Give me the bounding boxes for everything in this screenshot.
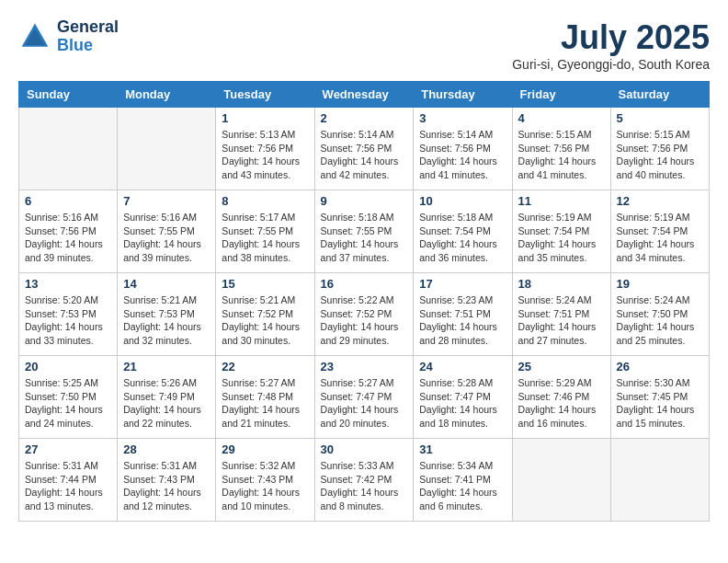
- calendar-cell: 4Sunrise: 5:15 AMSunset: 7:56 PMDaylight…: [512, 108, 610, 190]
- day-detail: Sunrise: 5:25 AMSunset: 7:50 PMDaylight:…: [25, 376, 111, 431]
- day-detail: Sunrise: 5:15 AMSunset: 7:56 PMDaylight:…: [518, 128, 605, 182]
- logo-text-general: General: [57, 18, 119, 37]
- calendar-cell: 18Sunrise: 5:24 AMSunset: 7:51 PMDayligh…: [512, 273, 610, 356]
- month-title: July 2025: [512, 18, 710, 57]
- logo: General Blue: [18, 18, 119, 55]
- calendar-cell: 19Sunrise: 5:24 AMSunset: 7:50 PMDayligh…: [610, 273, 709, 356]
- col-header-sunday: Sunday: [19, 82, 118, 108]
- day-detail: Sunrise: 5:22 AMSunset: 7:52 PMDaylight:…: [321, 293, 408, 348]
- calendar-cell: 13Sunrise: 5:20 AMSunset: 7:53 PMDayligh…: [19, 273, 118, 356]
- col-header-friday: Friday: [512, 82, 610, 108]
- day-detail: Sunrise: 5:14 AMSunset: 7:56 PMDaylight:…: [321, 128, 408, 182]
- day-detail: Sunrise: 5:28 AMSunset: 7:47 PMDaylight:…: [419, 376, 506, 431]
- day-number: 22: [222, 360, 308, 373]
- calendar-cell: 17Sunrise: 5:23 AMSunset: 7:51 PMDayligh…: [414, 273, 512, 356]
- logo-text-blue: Blue: [57, 37, 119, 55]
- day-detail: Sunrise: 5:17 AMSunset: 7:55 PMDaylight:…: [222, 211, 308, 265]
- calendar-week-4: 20Sunrise: 5:25 AMSunset: 7:50 PMDayligh…: [19, 356, 710, 439]
- calendar-cell: 28Sunrise: 5:31 AMSunset: 7:43 PMDayligh…: [118, 439, 216, 522]
- day-number: 27: [25, 442, 111, 456]
- day-detail: Sunrise: 5:15 AMSunset: 7:56 PMDaylight:…: [617, 128, 703, 182]
- day-number: 26: [617, 360, 703, 373]
- day-number: 3: [419, 111, 506, 125]
- day-detail: Sunrise: 5:32 AMSunset: 7:43 PMDaylight:…: [222, 459, 308, 513]
- calendar-cell: 23Sunrise: 5:27 AMSunset: 7:47 PMDayligh…: [314, 356, 414, 439]
- day-detail: Sunrise: 5:31 AMSunset: 7:44 PMDaylight:…: [25, 459, 111, 513]
- calendar-cell: 6Sunrise: 5:16 AMSunset: 7:56 PMDaylight…: [19, 190, 118, 273]
- calendar-cell: 26Sunrise: 5:30 AMSunset: 7:45 PMDayligh…: [610, 356, 709, 439]
- day-number: 13: [25, 277, 111, 291]
- col-header-monday: Monday: [118, 82, 216, 108]
- calendar-header-row: SundayMondayTuesdayWednesdayThursdayFrid…: [19, 82, 710, 108]
- calendar-table: SundayMondayTuesdayWednesdayThursdayFrid…: [18, 81, 710, 522]
- day-detail: Sunrise: 5:18 AMSunset: 7:54 PMDaylight:…: [419, 211, 506, 265]
- day-detail: Sunrise: 5:27 AMSunset: 7:48 PMDaylight:…: [222, 376, 308, 431]
- calendar-cell: 25Sunrise: 5:29 AMSunset: 7:46 PMDayligh…: [512, 356, 610, 439]
- day-number: 28: [123, 442, 210, 456]
- calendar-week-1: 1Sunrise: 5:13 AMSunset: 7:56 PMDaylight…: [19, 108, 710, 190]
- calendar-cell: 20Sunrise: 5:25 AMSunset: 7:50 PMDayligh…: [19, 356, 118, 439]
- day-number: 14: [123, 277, 210, 291]
- calendar-cell: 22Sunrise: 5:27 AMSunset: 7:48 PMDayligh…: [216, 356, 314, 439]
- page-header: General Blue July 2025 Guri-si, Gyeonggi…: [18, 18, 710, 72]
- calendar-cell: 14Sunrise: 5:21 AMSunset: 7:53 PMDayligh…: [118, 273, 216, 356]
- logo-icon: [18, 20, 51, 53]
- day-number: 2: [321, 111, 408, 125]
- day-number: 11: [518, 194, 605, 208]
- day-number: 16: [321, 277, 408, 291]
- day-number: 17: [419, 277, 506, 291]
- day-detail: Sunrise: 5:34 AMSunset: 7:41 PMDaylight:…: [419, 459, 506, 513]
- calendar-cell: 29Sunrise: 5:32 AMSunset: 7:43 PMDayligh…: [216, 439, 314, 522]
- day-number: 12: [617, 194, 703, 208]
- calendar-cell: 7Sunrise: 5:16 AMSunset: 7:55 PMDaylight…: [118, 190, 216, 273]
- calendar-cell: 31Sunrise: 5:34 AMSunset: 7:41 PMDayligh…: [414, 439, 512, 522]
- day-number: 31: [419, 442, 506, 456]
- calendar-cell: [512, 439, 610, 522]
- calendar-cell: [19, 108, 118, 190]
- day-number: 5: [617, 111, 703, 125]
- day-detail: Sunrise: 5:20 AMSunset: 7:53 PMDaylight:…: [25, 293, 111, 348]
- calendar-cell: 9Sunrise: 5:18 AMSunset: 7:55 PMDaylight…: [314, 190, 414, 273]
- day-detail: Sunrise: 5:19 AMSunset: 7:54 PMDaylight:…: [518, 211, 605, 265]
- day-number: 24: [419, 360, 506, 373]
- day-detail: Sunrise: 5:16 AMSunset: 7:55 PMDaylight:…: [123, 211, 210, 265]
- calendar-week-5: 27Sunrise: 5:31 AMSunset: 7:44 PMDayligh…: [19, 439, 710, 522]
- day-number: 30: [321, 442, 408, 456]
- day-detail: Sunrise: 5:14 AMSunset: 7:56 PMDaylight:…: [419, 128, 506, 182]
- calendar-cell: 8Sunrise: 5:17 AMSunset: 7:55 PMDaylight…: [216, 190, 314, 273]
- calendar-cell: 2Sunrise: 5:14 AMSunset: 7:56 PMDaylight…: [314, 108, 414, 190]
- col-header-thursday: Thursday: [414, 82, 512, 108]
- calendar-week-3: 13Sunrise: 5:20 AMSunset: 7:53 PMDayligh…: [19, 273, 710, 356]
- location-subtitle: Guri-si, Gyeonggi-do, South Korea: [512, 57, 710, 72]
- day-number: 4: [518, 111, 605, 125]
- day-detail: Sunrise: 5:27 AMSunset: 7:47 PMDaylight:…: [321, 376, 408, 431]
- col-header-wednesday: Wednesday: [314, 82, 414, 108]
- day-number: 18: [518, 277, 605, 291]
- calendar-week-2: 6Sunrise: 5:16 AMSunset: 7:56 PMDaylight…: [19, 190, 710, 273]
- day-number: 15: [222, 277, 308, 291]
- calendar-cell: 16Sunrise: 5:22 AMSunset: 7:52 PMDayligh…: [314, 273, 414, 356]
- day-number: 8: [222, 194, 308, 208]
- day-number: 1: [222, 111, 308, 125]
- calendar-cell: 27Sunrise: 5:31 AMSunset: 7:44 PMDayligh…: [19, 439, 118, 522]
- day-detail: Sunrise: 5:21 AMSunset: 7:53 PMDaylight:…: [123, 293, 210, 348]
- calendar-cell: 3Sunrise: 5:14 AMSunset: 7:56 PMDaylight…: [414, 108, 512, 190]
- calendar-cell: 30Sunrise: 5:33 AMSunset: 7:42 PMDayligh…: [314, 439, 414, 522]
- day-number: 19: [617, 277, 703, 291]
- day-detail: Sunrise: 5:21 AMSunset: 7:52 PMDaylight:…: [222, 293, 308, 348]
- day-detail: Sunrise: 5:30 AMSunset: 7:45 PMDaylight:…: [617, 376, 703, 431]
- day-detail: Sunrise: 5:33 AMSunset: 7:42 PMDaylight:…: [321, 459, 408, 513]
- day-detail: Sunrise: 5:16 AMSunset: 7:56 PMDaylight:…: [25, 211, 111, 265]
- day-number: 21: [123, 360, 210, 373]
- calendar-cell: 5Sunrise: 5:15 AMSunset: 7:56 PMDaylight…: [610, 108, 709, 190]
- day-detail: Sunrise: 5:13 AMSunset: 7:56 PMDaylight:…: [222, 128, 308, 182]
- calendar-cell: 15Sunrise: 5:21 AMSunset: 7:52 PMDayligh…: [216, 273, 314, 356]
- day-detail: Sunrise: 5:23 AMSunset: 7:51 PMDaylight:…: [419, 293, 506, 348]
- day-number: 23: [321, 360, 408, 373]
- day-number: 25: [518, 360, 605, 373]
- col-header-saturday: Saturday: [610, 82, 709, 108]
- day-detail: Sunrise: 5:29 AMSunset: 7:46 PMDaylight:…: [518, 376, 605, 431]
- title-block: July 2025 Guri-si, Gyeonggi-do, South Ko…: [512, 18, 710, 72]
- day-number: 6: [25, 194, 111, 208]
- day-number: 9: [321, 194, 408, 208]
